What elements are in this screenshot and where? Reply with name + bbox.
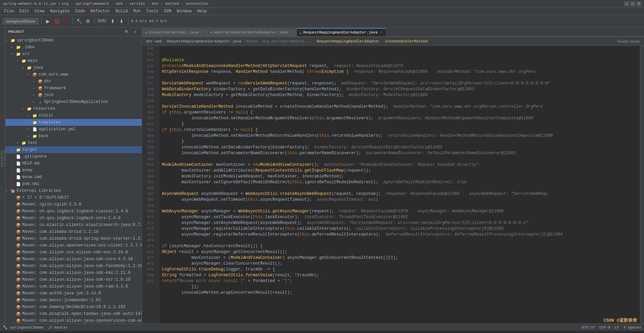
stop-button[interactable]: ■ — [62, 17, 70, 25]
close-button[interactable]: × — [636, 1, 641, 6]
menu-help[interactable]: Help — [194, 8, 210, 14]
tree-item-mvnw[interactable]: 📄mvnw — [5, 167, 142, 174]
menu-file[interactable]: File — [1, 8, 17, 14]
status-left: 🔧 springboot3Demo ⎇ master — [3, 325, 68, 330]
tree-item-helpmd[interactable]: 📄HELP.md — [5, 160, 142, 167]
code-line-874: Object result = asyncManager.getConcurre… — [162, 249, 637, 255]
tree-item-beustj[interactable]: 📦Maven: com.beust:jcommander:1.82 — [5, 297, 142, 304]
code-line-857: invocableMethod.setParameterNameDiscover… — [162, 150, 637, 156]
menu-view[interactable]: View — [32, 8, 47, 14]
tree-item-dhr[interactable]: ▸📦dhr — [5, 78, 142, 85]
menu-edit[interactable]: Edit — [17, 8, 32, 14]
tree-item-mvnwcmd[interactable]: 📄mvnw.cmd — [5, 174, 142, 181]
tree-item-externallibs[interactable]: ▾📚External Libraries — [5, 187, 142, 194]
tree-item-label-dingtalk: Maven: com.dingtalk.open:taobao-java-sdk… — [22, 311, 142, 316]
panel-close-btn[interactable]: × — [131, 28, 139, 36]
tree-item-aliyun-java-sdk-ocr[interactable]: 📦Maven: com.aliyun:aliyun-java-sdk-ocr:1… — [5, 276, 142, 283]
tree-item-springboot3demoapplication[interactable]: ▸☕Springboot3DemoApplication — [5, 98, 142, 105]
settings-button[interactable]: ⚙ — [84, 17, 92, 25]
project-tree: ▾📁springboot3Demo▸📁.idea▾📁src▾📁main▾📁jav… — [5, 36, 142, 323]
svn-commit-button[interactable]: ⬇ — [118, 17, 125, 25]
tree-item-alibaba-druid[interactable]: 📦Maven: com.alibaba:druid:1.2.18 — [5, 228, 142, 235]
project-dropdown[interactable]: springboot3Demo — [3, 18, 39, 24]
maximize-button[interactable]: □ — [630, 1, 635, 6]
tab-close-requestmappinghandleradapter[interactable]: × — [379, 30, 383, 35]
tab-close-dispatcherservlet[interactable]: × — [200, 30, 204, 35]
debug-button[interactable]: 🐞 — [53, 17, 61, 25]
build-button[interactable]: 🔨 — [75, 17, 83, 25]
menu-build[interactable]: Build — [113, 8, 130, 14]
tree-item-resources[interactable]: ▾📁resources — [5, 105, 142, 112]
tree-item-aliyun-java-sdk-core[interactable]: 📦Maven: com.aliyun:aliyun-java-sdk-core:… — [5, 256, 142, 263]
reader-mode-button[interactable]: Reader Mode — [617, 39, 640, 43]
title-bar-info: spring-webmvc-6.0.11.jar | org · springf… — [3, 2, 208, 6]
tree-item-oss[interactable]: 📦Maven: com.aliyun.oss:aliyun-sdk-oss:3.… — [5, 249, 142, 256]
tree-item-back[interactable]: ▸📁back — [5, 133, 142, 139]
menu-run[interactable]: Run — [130, 8, 143, 14]
svn-update-button[interactable]: ⬆ — [109, 17, 116, 25]
tab-icon-dispatcherservlet: ☕ — [145, 30, 148, 35]
editor-tab-requestmappinghandleradapter[interactable]: ☕ RequestMappingHandlerAdapter.java × — [296, 28, 386, 36]
code-content[interactable]: @Nullable protected ModelAndView invokeH… — [159, 46, 640, 323]
network-stats: 0.5 K/s 64.7 K/s — [131, 19, 167, 23]
menu-code[interactable]: Code — [72, 8, 88, 14]
line-number-848: 848 — [142, 86, 156, 92]
line-number-842: 842 — [142, 52, 156, 57]
tree-item-aliyun-annotations[interactable]: 📦Maven: com.aliyun:aliyun-java-openservi… — [5, 317, 142, 323]
tree-item-logback-core[interactable]: 📦Maven: ch.qos.logback:logback-core:1.4.… — [5, 215, 142, 222]
tree-item-dingtalk[interactable]: 📦Maven: com.dingtalk.open:taobao-java-sd… — [5, 310, 142, 317]
panel-settings-btn[interactable]: ⚙ — [123, 28, 130, 36]
tree-item-elasticsearch[interactable]: 📦Maven: co.elastic.clients:elasticsearch… — [5, 222, 142, 228]
panel-header: Project ⚙ × — [5, 27, 142, 36]
tree-item-idea[interactable]: ▸📁.idea — [5, 44, 142, 51]
menu-svn[interactable]: SVN — [161, 8, 174, 14]
tree-item-applicationyml[interactable]: ▸📄application.yml — [5, 126, 142, 133]
editor-tab-abstracthandlermethodadapter[interactable]: ☕ AbstractHandlerMethodAdapter.java × — [207, 28, 296, 36]
tree-item-logback-classic[interactable]: 📦Maven: ch.qos.logback:logback-classic:1… — [5, 208, 142, 215]
menu-navigate[interactable]: Navigate — [47, 8, 72, 14]
tree-item-damengdriver[interactable]: 📦Maven: com.dameng:DmJdbcDriver18:8.1.2.… — [5, 304, 142, 310]
tree-item-com.ours.www[interactable]: ▾📦com.ours.www — [5, 71, 142, 78]
tree-item-main[interactable]: ▾📁main — [5, 57, 142, 64]
menu-window[interactable]: Window — [174, 8, 194, 14]
code-editor: 8418428438448458468478488498508518528538… — [142, 46, 644, 323]
tree-item-join[interactable]: ▸📦join — [5, 92, 142, 98]
code-line-868: asyncManager.setTaskExecutor(this.taskEx… — [162, 214, 637, 220]
tree-item-pomxml[interactable]: 📄pom.xml — [5, 181, 142, 187]
code-line-842: protected ModelAndView invokeHandlerMeth… — [162, 63, 637, 69]
tree-item-aliyun-java-sdk-kms[interactable]: 📦Maven: com.aliyun:aliyun-java-sdk-kms:2… — [5, 269, 142, 276]
tree-item-java[interactable]: ▾📁java — [5, 64, 142, 71]
run-button[interactable]: ▶ — [44, 17, 52, 25]
tree-item-label-damengdriver: Maven: com.dameng:DmJdbcDriver18:8.1.2.1… — [22, 305, 125, 309]
tree-item-aliyun-openservices[interactable]: 📦Maven: com.aliyun.openservices:ons-clie… — [5, 242, 142, 249]
line-number-869: 869 — [142, 209, 156, 214]
code-line-864: AsyncWebRequest asyncWebRequest = WebAsy… — [162, 191, 637, 197]
tree-item-alibaba-druid-spring[interactable]: 📦Maven: com.alibaba:druid-spring-boot-st… — [5, 235, 142, 242]
line-number-865: 865 — [142, 185, 156, 191]
tree-item-test[interactable]: ▸📁test — [5, 139, 142, 146]
tree-item-springboot3demo[interactable]: ▾📁springboot3Demo — [5, 37, 142, 44]
line-number-859: 859 — [142, 150, 156, 156]
line-numbers: 8418428438448458468478488498508518528538… — [142, 46, 159, 323]
tree-item-label-templates: templates — [39, 120, 61, 125]
editor-tab-dispatcherservlet[interactable]: ☕ DispatcherServlet.java × — [142, 28, 207, 36]
minimize-button[interactable]: — — [624, 1, 629, 6]
tree-item-target[interactable]: ▸📁target — [5, 146, 142, 153]
menu-tools[interactable]: Tools — [143, 8, 161, 14]
tree-item-cglib[interactable]: 📦Maven: cglib:cglib:3.3.0 — [5, 201, 142, 208]
tree-item-gitignore[interactable]: 📄.gitignore — [5, 153, 142, 160]
tree-item-templates[interactable]: ▸📁templates — [5, 119, 142, 126]
tree-item-label-externallibs: External Libraries — [17, 188, 61, 193]
tree-item-auth0jwt[interactable]: 📦Maven: com.auth0:java-jwt:3.14.0 — [5, 290, 142, 297]
tree-item-framework[interactable]: ▸📦framework — [5, 85, 142, 92]
tree-item-src[interactable]: ▾📁src — [5, 51, 142, 57]
menu-refactor[interactable]: Refactor — [88, 8, 113, 14]
tree-item-aliyun-java-sdk-facebody[interactable]: 📦Maven: com.aliyun:aliyun-java-sdk-faceb… — [5, 263, 142, 269]
tab-close-abstracthandlermethodadapter[interactable]: × — [289, 30, 293, 35]
code-line-855: } — [162, 139, 637, 145]
tree-item-static[interactable]: ▸📁static — [5, 112, 142, 119]
tree-item-jdk17[interactable]: 📦< 17 > D:\SoftJdk17 — [5, 194, 142, 201]
line-number-875: 875 — [142, 243, 156, 249]
code-line-856: invocableMethod.setDataBinderFactory(bin… — [162, 145, 637, 150]
tree-item-aliyun-java-sdk-ram[interactable]: 📦Maven: com.aliyun:aliyun-java-sdk-ram:3… — [5, 283, 142, 290]
